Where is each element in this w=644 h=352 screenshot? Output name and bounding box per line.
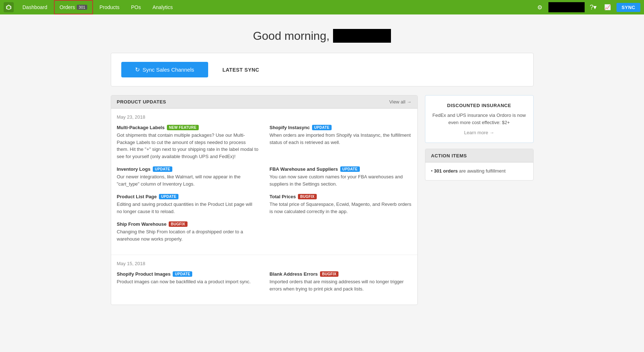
badge-update: UPDATE [340, 166, 360, 172]
nav-orders[interactable]: Orders 301 [54, 0, 93, 14]
update-item-title: Blank Address Errors BUGFIX [270, 271, 412, 277]
greeting-name [333, 29, 391, 43]
app-logo[interactable] [4, 2, 14, 12]
updates-panel: PRODUCT UPDATES View all → May 23, 2018 … [111, 95, 418, 305]
nav-analytics[interactable]: Analytics [147, 0, 178, 14]
list-item: 301 orders are awaiting fulfillment [431, 167, 527, 175]
update-item-title: Product List Page UPDATE [117, 194, 259, 199]
update-date-2: May 15, 2018 [117, 261, 412, 266]
help-icon[interactable]: ?▾ [588, 1, 599, 13]
update-item-desc: You can now save custom names for your F… [270, 173, 412, 187]
sync-card: ↻ Sync Sales Channels LATEST SYNC [111, 53, 534, 86]
action-card-title: ACTION ITEMS [431, 153, 467, 158]
nav-products[interactable]: Products [94, 0, 125, 14]
updates-grid-1: Multi-Package Labels NEW FEATURE Got shi… [117, 125, 412, 249]
metrics-icon[interactable]: 📈 [602, 1, 614, 13]
list-item: Product List Page UPDATE Editing and sav… [117, 194, 259, 215]
navbar: Dashboard Orders 301 Products POs Analyt… [0, 0, 644, 14]
insurance-title: DISCOUNTED INSURANCE [433, 103, 526, 108]
list-item: Ship From Warehouse BUGFIX Changing the … [117, 221, 259, 242]
insurance-desc: FedEx and UPS insurance via Ordoro is no… [433, 112, 526, 126]
greeting-text: Good morning, [253, 29, 330, 43]
learn-more-link[interactable]: Learn more → [464, 130, 494, 135]
action-items-card: ACTION ITEMS 301 orders are awaiting ful… [425, 149, 534, 181]
update-item-title: Multi-Package Labels NEW FEATURE [117, 125, 259, 130]
list-item: Inventory Logs UPDATE Our newer integrat… [117, 166, 259, 187]
list-item: FBA Warehouse and Suppliers UPDATE You c… [270, 166, 412, 187]
sync-sales-channels-button[interactable]: ↻ Sync Sales Channels [121, 62, 208, 77]
view-all-link[interactable]: View all → [389, 99, 411, 105]
sync-icon: ↻ [135, 66, 140, 73]
badge-update: UPDATE [153, 166, 172, 172]
orders-badge: 301 [77, 5, 87, 10]
update-item-desc: When orders are imported from Shopify vi… [270, 132, 412, 146]
updates-header: PRODUCT UPDATES View all → [111, 96, 417, 109]
user-display [548, 2, 585, 12]
update-item-title: Shopify Instasync UPDATE [270, 125, 412, 130]
update-item-desc: The total price of Squarespace, Ecwid, M… [270, 201, 412, 215]
update-item-title: Shopify Product Images UPDATE [117, 271, 259, 277]
list-item: Multi-Package Labels NEW FEATURE Got shi… [117, 125, 259, 160]
nav-sync-button[interactable]: SYNC [616, 3, 640, 12]
badge-bugfix: BUGFIX [298, 194, 317, 199]
update-item-title: FBA Warehouse and Suppliers UPDATE [270, 166, 412, 172]
badge-update: UPDATE [173, 271, 192, 277]
nav-right: ⚙ ?▾ 📈 SYNC [534, 1, 640, 13]
badge-bugfix: BUGFIX [169, 221, 188, 227]
list-item: Blank Address Errors BUGFIX Imported ord… [270, 271, 412, 292]
nav-dashboard[interactable]: Dashboard [17, 0, 52, 14]
badge-new-feature: NEW FEATURE [167, 125, 199, 130]
sync-button-label: Sync Sales Channels [143, 67, 194, 73]
right-sidebar: DISCOUNTED INSURANCE FedEx and UPS insur… [425, 95, 534, 181]
update-item-desc: Changing the Ship From location of a dro… [117, 228, 259, 242]
list-item: Shopify Product Images UPDATE Product im… [117, 271, 259, 292]
badge-bugfix: BUGFIX [320, 271, 339, 277]
updates-grid-2: Shopify Product Images UPDATE Product im… [117, 271, 412, 299]
greeting: Good morning, [111, 29, 534, 43]
insurance-card: DISCOUNTED INSURANCE FedEx and UPS insur… [425, 95, 534, 143]
nav-pos[interactable]: POs [126, 0, 146, 14]
list-item: Shopify Instasync UPDATE When orders are… [270, 125, 412, 160]
update-section-may15: May 15, 2018 Shopify Product Images UPDA… [111, 255, 417, 305]
page-content: Good morning, ↻ Sync Sales Channels LATE… [105, 14, 539, 312]
updates-title: PRODUCT UPDATES [117, 99, 167, 105]
action-card-body: 301 orders are awaiting fulfillment [425, 162, 533, 180]
update-item-desc: Our newer integrations, like Walmart, wi… [117, 173, 259, 187]
update-item-desc: Editing and saving product quantities in… [117, 201, 259, 215]
action-card-header: ACTION ITEMS [425, 149, 533, 162]
update-item-title: Ship From Warehouse BUGFIX [117, 221, 259, 227]
nav-left: Dashboard Orders 301 Products POs Analyt… [4, 0, 178, 14]
list-item: Total Prices BUGFIX The total price of S… [270, 194, 412, 215]
update-section-may23: May 23, 2018 Multi-Package Labels NEW FE… [111, 109, 417, 255]
badge-update: UPDATE [312, 125, 332, 130]
update-item-title: Inventory Logs UPDATE [117, 166, 259, 172]
update-item-desc: Imported orders that are missing address… [270, 278, 412, 292]
update-item-desc: Got shipments that contain multiple pack… [117, 132, 259, 160]
badge-update: UPDATE [159, 194, 178, 199]
update-item-title: Total Prices BUGFIX [270, 194, 412, 199]
latest-sync-label: LATEST SYNC [223, 67, 260, 73]
settings-icon[interactable]: ⚙ [534, 1, 546, 13]
main-grid: PRODUCT UPDATES View all → May 23, 2018 … [111, 95, 534, 305]
update-date-1: May 23, 2018 [117, 114, 412, 120]
update-item-desc: Product images can now be backfilled via… [117, 278, 259, 285]
